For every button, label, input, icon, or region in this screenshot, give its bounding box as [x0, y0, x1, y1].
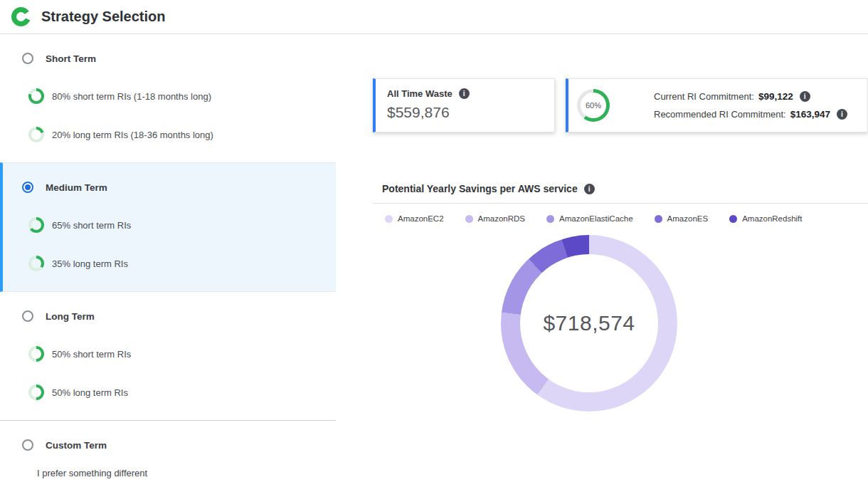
header: Strategy Selection — [0, 0, 868, 34]
legend-item-amazonec2[interactable]: AmazonEC2 — [385, 214, 444, 223]
strategy-custom-term[interactable]: Custom Term I prefer something different — [0, 421, 336, 492]
ri-commitment-card: 60% Current RI Commitment: $99,122 i Rec… — [566, 78, 868, 132]
progress-ring — [28, 127, 44, 142]
strategy-item: 35% long term RIs — [28, 256, 336, 271]
info-icon[interactable]: i — [584, 184, 595, 194]
recommended-commitment-label: Recommended RI Commitment: — [654, 109, 786, 120]
radio-medium-term[interactable] — [22, 182, 33, 193]
info-icon[interactable]: i — [800, 91, 810, 102]
strategy-label: Medium Term — [46, 182, 107, 193]
strategy-item: 50% long term RIs — [28, 384, 336, 400]
progress-ring — [28, 346, 44, 362]
legend-label: AmazonES — [667, 214, 709, 223]
strategy-item-label: 20% long term RIs (18-36 months long) — [52, 130, 213, 140]
strategy-label: Custom Term — [46, 440, 107, 451]
all-time-waste-value: $559,876 — [387, 104, 543, 121]
chart-legend: AmazonEC2 AmazonRDS AmazonElastiCache Am… — [373, 214, 868, 223]
recommended-commitment-value: $163,947 — [790, 109, 830, 120]
all-time-waste-title: All Time Waste — [387, 88, 452, 99]
strategy-item-label: 50% long term RIs — [52, 387, 128, 398]
strategy-item-label: 80% short term RIs (1-18 months long) — [52, 91, 211, 102]
strategy-item: 80% short term RIs (1-18 months long) — [28, 88, 336, 104]
current-commitment-row: Current RI Commitment: $99,122 i — [654, 91, 847, 102]
recommended-commitment-row: Recommended RI Commitment: $163,947 i — [654, 109, 847, 120]
strategy-label: Long Term — [46, 311, 95, 322]
info-icon[interactable]: i — [837, 109, 847, 120]
legend-label: AmazonRedshift — [742, 214, 802, 223]
savings-total: $718,574 — [543, 311, 635, 335]
legend-dot — [465, 215, 473, 223]
info-icon[interactable]: i — [459, 88, 470, 99]
strategy-medium-term-head[interactable]: Medium Term — [3, 180, 336, 194]
current-commitment-value: $99,122 — [758, 91, 793, 102]
strategy-list: Short Term 80% short term RIs (1-18 mont… — [0, 34, 336, 492]
all-time-waste-card: All Time Waste i $559,876 — [373, 78, 555, 132]
page-title: Strategy Selection — [41, 9, 166, 25]
strategy-label: Short Term — [46, 53, 96, 64]
legend-label: AmazonEC2 — [398, 214, 444, 223]
legend-dot — [655, 215, 662, 223]
progress-ring — [28, 217, 44, 233]
legend-item-amazonredshift[interactable]: AmazonRedshift — [729, 214, 802, 223]
savings-donut-hole: $718,574 — [520, 254, 658, 392]
strategy-item-label: 65% short term RIs — [52, 220, 131, 231]
strategy-custom-term-head[interactable]: Custom Term — [0, 438, 336, 452]
strategy-item-label: 35% long term RIs — [52, 258, 128, 269]
strategy-item: 50% short term RIs — [28, 346, 336, 362]
strategy-item-label: 50% short term RIs — [52, 349, 131, 360]
radio-custom-term[interactable] — [22, 439, 33, 451]
strategy-short-term[interactable]: Short Term 80% short term RIs (1-18 mont… — [0, 34, 336, 162]
strategy-short-term-head[interactable]: Short Term — [0, 51, 336, 66]
savings-chart-title: Potential Yearly Savings per AWS service — [382, 183, 578, 194]
legend-label: AmazonElastiCache — [559, 214, 633, 223]
commitment-gauge: 60% — [577, 89, 610, 122]
progress-ring — [28, 88, 44, 104]
legend-dot — [546, 215, 554, 223]
radio-short-term[interactable] — [22, 53, 33, 64]
legend-item-amazones[interactable]: AmazonES — [655, 214, 709, 223]
legend-item-amazonelasticache[interactable]: AmazonElastiCache — [546, 214, 633, 223]
strategy-item: 65% short term RIs — [28, 217, 336, 233]
progress-ring — [28, 384, 44, 400]
strategy-long-term-head[interactable]: Long Term — [0, 309, 336, 323]
current-commitment-label: Current RI Commitment: — [654, 91, 754, 102]
strategy-medium-term[interactable]: Medium Term 65% short term RIs 35% long … — [0, 162, 336, 292]
custom-term-description: I prefer something different — [37, 468, 336, 478]
strategy-long-term[interactable]: Long Term 50% short term RIs 50% long te… — [0, 292, 336, 421]
commitment-gauge-label: 60% — [581, 93, 606, 118]
strategy-item: 20% long term RIs (18-36 months long) — [28, 127, 336, 142]
legend-item-amazonrds[interactable]: AmazonRDS — [465, 214, 525, 223]
legend-dot — [729, 215, 737, 223]
savings-section: Potential Yearly Savings per AWS service… — [373, 174, 868, 431]
savings-donut[interactable]: $718,574 — [501, 235, 677, 412]
legend-label: AmazonRDS — [478, 214, 525, 223]
divider — [373, 203, 868, 204]
app-logo-icon — [11, 7, 31, 26]
radio-long-term[interactable] — [22, 310, 33, 322]
progress-ring — [28, 256, 44, 271]
legend-dot — [385, 215, 393, 223]
